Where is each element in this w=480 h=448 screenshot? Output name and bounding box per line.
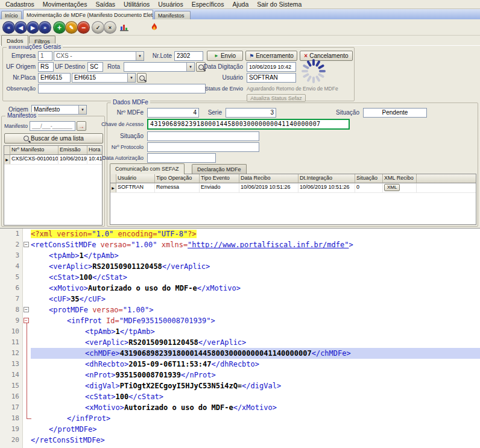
nr-mdfe-field[interactable]: 4 — [147, 108, 199, 118]
manifesto-go-button[interactable]: → — [77, 121, 86, 131]
xml-recibo-button[interactable]: XML — [384, 184, 400, 191]
data-digitacao-field[interactable]: 10/06/2019 10:42 — [247, 62, 296, 72]
manifestos-group: Manifestos Manifesto ___/___-_______ → B… — [1, 116, 105, 227]
next-record-button[interactable]: ▶ — [27, 21, 39, 34]
rota-combo[interactable]: ▼ — [124, 62, 195, 72]
origem-combo[interactable]: Manifesto▼ — [31, 105, 87, 115]
tab-inicio[interactable]: Início — [1, 11, 22, 19]
edit-record-button[interactable]: ✎ — [65, 21, 78, 34]
xml-code-text[interactable]: <cUF>35</cUF> — [31, 294, 480, 304]
row-marker-icon: ▶ — [110, 183, 116, 192]
tab-movimentacao-mdfe[interactable]: Movimentação de MDFe (Manifesto Document… — [23, 10, 153, 19]
xml-code-text[interactable]: <verAplic>RS20150901120458</verAplic> — [31, 337, 480, 348]
xml-fold-column — [22, 435, 31, 446]
manifestos-col-nr: Nrº Manifesto — [10, 146, 58, 155]
observacao-field[interactable] — [38, 84, 206, 93]
nrplaca-combo[interactable]: EH6615▼ — [72, 73, 136, 83]
xml-code-text[interactable]: <digVal>PTiOgtX2ECgoyI5HJyC53N5i4zQ=</di… — [31, 380, 480, 391]
nrplaca-combo-arrow-icon[interactable]: ▼ — [127, 74, 135, 82]
nrplaca-search-button[interactable] — [137, 73, 147, 83]
xml-code-text[interactable]: <cStat>100</cStat> — [31, 272, 480, 283]
data-autorizacao-field[interactable] — [147, 153, 216, 163]
situacao2-field[interactable] — [147, 131, 259, 141]
chart-button[interactable] — [118, 21, 130, 33]
xml-line-12: 12<chMDFe>431906898239180001445800300000… — [0, 348, 480, 359]
nrplaca-field[interactable]: EH6615 — [38, 73, 71, 83]
xml-code-text[interactable]: <verAplic>RS20150901120458</verAplic> — [31, 261, 480, 272]
manifesto-mask-field[interactable]: ___/___-_______ — [30, 121, 75, 131]
xml-line-1: 1<?xml version="1.0" encoding="UTF-8"?> — [0, 229, 480, 239]
last-record-button[interactable]: » — [39, 21, 51, 34]
fold-collapse-icon[interactable]: − — [24, 307, 29, 312]
confirm-button[interactable]: ✓ — [92, 21, 104, 34]
origem-combo-arrow-icon[interactable]: ▼ — [78, 106, 86, 114]
menu-item-sa-das[interactable]: Saídas — [91, 1, 119, 8]
nrlote-label: Nr.Lote — [153, 51, 172, 61]
xml-line-20: 20</retConsSitMDFe> — [0, 435, 480, 446]
envio-button[interactable]: ►Envio — [207, 51, 243, 61]
serie-field[interactable]: 3 — [226, 108, 276, 118]
cancel-button[interactable]: × — [104, 21, 116, 34]
xml-line-16: 16<cStat>100</cStat> — [0, 391, 480, 402]
uf-destino-field[interactable]: SC — [87, 62, 103, 72]
xml-line-number: 16 — [0, 391, 22, 402]
sefaz-situacao-cell: 0 — [355, 183, 383, 192]
uf-origem-field[interactable]: RS — [38, 62, 54, 72]
fold-collapse-icon[interactable]: − — [24, 318, 29, 323]
fold-collapse-icon[interactable]: − — [24, 242, 29, 247]
sefaz-grid-row[interactable]: ▶ SOFTRAN Remessa Enviado 10/06/2019 10:… — [110, 183, 476, 193]
xml-code-text[interactable]: <cStat>100</cStat> — [31, 391, 480, 402]
menu-item-sair-do-sistema[interactable]: Sair do Sistema — [253, 1, 306, 8]
protocolo-field[interactable] — [147, 142, 259, 152]
menu-item-cadastros[interactable]: Cadastros — [1, 1, 39, 8]
first-record-button[interactable]: « — [2, 21, 15, 34]
xml-code-text[interactable]: </retConsSitMDFe> — [31, 435, 480, 446]
menu-item-utilit-rios[interactable]: Utilitários — [119, 1, 154, 8]
chave-acesso-label: Chave de Acesso — [101, 119, 144, 129]
edit-icon: ✎ — [69, 25, 74, 31]
empresa-code-field[interactable]: 1 — [38, 51, 52, 61]
nrlote-field[interactable]: 2302 — [174, 51, 203, 61]
tab-declaracao-mdfe[interactable]: Declaração MDFe — [192, 164, 247, 174]
tab-manifestos[interactable]: Manifestos — [154, 11, 191, 19]
xml-code-text[interactable]: <infProt Id="MDFe935150008701939"> — [31, 315, 480, 326]
menu-item-movimenta-es[interactable]: Movimentações — [39, 1, 92, 8]
xml-code-text[interactable]: <retConsSitMDFe versao="1.00" xmlns="htt… — [31, 239, 480, 250]
menu-item-espec-ficos[interactable]: Específicos — [188, 1, 229, 8]
situacao-field[interactable]: Pendente — [363, 108, 427, 118]
xml-code-text[interactable]: <dhRecbto>2015-09-06T11:53:47</dhRecbto> — [31, 359, 480, 370]
add-record-button[interactable]: + — [53, 21, 66, 34]
encerramento-button[interactable]: ⚑Encerramento — [245, 51, 297, 61]
next-record-icon: ▶ — [31, 25, 35, 31]
delete-record-button[interactable]: − — [77, 21, 90, 34]
xml-line-17: 17<xMotivo>Autorizado o uso do MDF-e</xM… — [0, 402, 480, 413]
xml-line-3: 3<tpAmb>1</tpAmb> — [0, 250, 480, 261]
xml-line-15: 15<digVal>PTiOgtX2ECgoyI5HJyC53N5i4zQ=</… — [0, 380, 480, 391]
xml-code-text[interactable]: <protMDFe versao="1.00"> — [31, 304, 480, 315]
xml-code-text[interactable]: <nProt>935150008701939</nProt> — [31, 370, 480, 380]
xml-code-text[interactable]: <xMotivo>Autorizado o uso do MDF-e</xMot… — [31, 402, 480, 413]
xml-code-text[interactable]: <tpAmb>1</tpAmb> — [31, 326, 480, 337]
empresa-combo-arrow-icon[interactable]: ▼ — [136, 52, 144, 60]
manifestos-grid-row[interactable]: ▶ CXS/CXS-0010010 10/06/2019 10:41 — [4, 155, 102, 165]
xml-code-text[interactable]: <tpAmb>1</tpAmb> — [31, 250, 480, 261]
tab-dados[interactable]: Dados — [1, 35, 28, 46]
status-envio-value: Aguardando Retorno de Envio de MDFe — [247, 84, 353, 93]
xml-code-text[interactable]: <?xml version="1.0" encoding="UTF-8"?> — [31, 229, 480, 239]
buscar-lista-button[interactable]: Buscar de uma lista — [4, 133, 103, 144]
atualiza-status-sefaz-button[interactable]: Atualiza Status Sefaz — [247, 94, 306, 102]
chave-acesso-field[interactable]: 4319068982391800014458003000000004114000… — [147, 119, 350, 130]
empresa-combo[interactable]: CXS -▼ — [54, 51, 144, 61]
tab-comunicacao-sefaz[interactable]: Comunicação com SEFAZ — [110, 163, 185, 174]
flame-button[interactable] — [148, 21, 160, 33]
xml-code-text[interactable]: <chMDFe>43190689823918000144580030000000… — [31, 348, 480, 359]
xml-code-text[interactable]: </protMDFe> — [31, 424, 480, 435]
xml-code-text[interactable]: <xMotivo>Autorizado o uso do MDF-e</xMot… — [31, 283, 480, 294]
menu-item-ajuda[interactable]: Ajuda — [228, 1, 253, 8]
prev-record-button[interactable]: ◀ — [14, 21, 27, 34]
rota-combo-arrow-icon[interactable]: ▼ — [186, 63, 194, 71]
xml-line-2: 2−<retConsSitMDFe versao="1.00" xmlns="h… — [0, 239, 480, 250]
xml-code-text[interactable]: </infProt> — [31, 413, 480, 424]
menu-item-usu-rios[interactable]: Usuários — [154, 1, 187, 8]
usuario-field[interactable]: SOFTRAN — [247, 73, 296, 83]
